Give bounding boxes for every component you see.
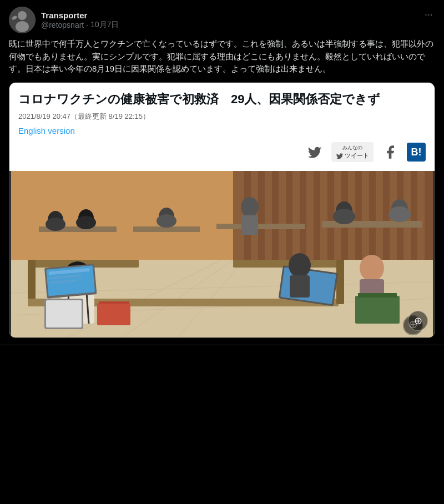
svg-rect-61 [99, 301, 129, 304]
article-inner: コロナワクチンの健康被害で初救済 29人、因果関係否定できず 2021/8/19… [9, 83, 435, 338]
tweet-card: Transporter @retopsnart · 10月7日 ··· 既に世界… [0, 0, 444, 345]
svg-point-66 [289, 253, 311, 278]
article-card: コロナワクチンの健康被害で初救済 29人、因果関係否定できず 2021/8/19… [9, 82, 435, 339]
hatena-bookmark-button[interactable]: B! [407, 143, 426, 162]
svg-rect-47 [336, 260, 344, 304]
zoom-button[interactable]: ⊕ [408, 311, 428, 331]
svg-rect-13 [327, 171, 334, 260]
svg-point-62 [360, 255, 384, 281]
svg-rect-17 [383, 171, 390, 260]
minnanno-tweet-button[interactable]: みんなの ツイート [331, 142, 374, 162]
svg-point-34 [76, 216, 96, 229]
svg-point-42 [389, 206, 411, 222]
svg-rect-11 [300, 171, 306, 260]
avatar[interactable] [9, 7, 36, 33]
minnanno-label: みんなの [342, 144, 362, 152]
svg-rect-15 [355, 171, 362, 260]
svg-point-32 [46, 218, 65, 231]
svg-rect-16 [369, 171, 376, 260]
tweet-date[interactable]: 10月7日 [90, 20, 119, 30]
svg-rect-19 [411, 171, 417, 260]
english-version-link[interactable]: English version [18, 126, 426, 135]
tweet-header-left: Transporter @retopsnart · 10月7日 [9, 7, 119, 33]
svg-rect-10 [286, 171, 292, 260]
article-image: ⊕ ⊕ [9, 171, 435, 337]
svg-rect-69 [358, 293, 397, 298]
svg-rect-29 [216, 224, 305, 229]
dot-separator: · [86, 21, 88, 29]
svg-rect-9 [272, 171, 279, 260]
tweet-body: 既に世界中で何千万人とワクチンで亡くなっているはずです。これを強制、あるいは半強… [9, 38, 435, 75]
svg-rect-67 [290, 275, 310, 298]
svg-point-36 [157, 214, 176, 228]
svg-rect-12 [314, 171, 320, 260]
username[interactable]: @retopsnart [41, 21, 84, 29]
svg-rect-59 [46, 300, 82, 327]
svg-rect-60 [97, 303, 130, 325]
twitter-share-button[interactable] [307, 144, 322, 160]
article-title: コロナワクチンの健康被害で初救済 29人、因果関係否定できず [18, 92, 426, 108]
zoom-icon: ⊕ [414, 315, 422, 327]
svg-point-1 [18, 11, 27, 20]
svg-rect-8 [258, 171, 265, 260]
svg-rect-20 [425, 171, 433, 260]
svg-point-37 [241, 197, 259, 217]
article-content: コロナワクチンの健康被害で初救済 29人、因果関係否定できず 2021/8/19… [9, 83, 435, 172]
display-name[interactable]: Transporter [41, 11, 119, 20]
svg-rect-38 [241, 215, 258, 235]
tweet-header: Transporter @retopsnart · 10月7日 ··· [9, 7, 435, 33]
svg-point-2 [16, 21, 29, 32]
social-share-row: みんなの ツイート [18, 142, 426, 164]
minnanno-icon-row: ツイート [336, 152, 369, 160]
svg-point-40 [333, 209, 355, 224]
svg-rect-68 [355, 296, 400, 324]
user-info: Transporter @retopsnart · 10月7日 [41, 11, 119, 30]
svg-rect-44 [28, 260, 36, 304]
username-date: @retopsnart · 10月7日 [41, 20, 119, 30]
article-date: 2021/8/19 20:47（最終更新 8/19 22:15） [18, 112, 426, 122]
tweet-label: ツイート [345, 152, 369, 160]
facebook-share-button[interactable] [382, 144, 398, 160]
more-options-button[interactable]: ··· [422, 7, 435, 23]
